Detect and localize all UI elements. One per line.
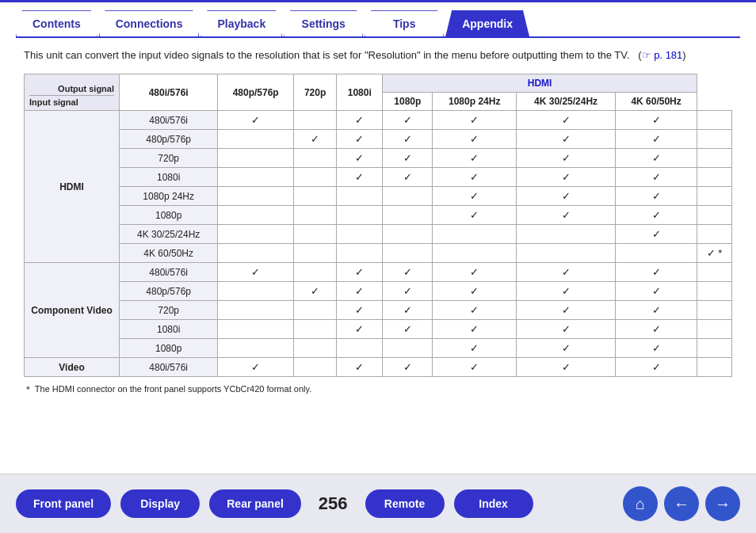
- table-cell: [218, 225, 294, 244]
- remote-button[interactable]: Remote: [365, 489, 445, 518]
- row-label: 1080p 24Hz: [120, 187, 218, 206]
- table-cell: ✓: [516, 187, 615, 206]
- table-cell: ✓: [337, 168, 383, 187]
- table-cell: [337, 339, 383, 358]
- table-corner-header: Output signal Input signal: [25, 74, 120, 111]
- col-header-480p576p-main: 480p/576p: [218, 74, 294, 111]
- forward-button[interactable]: →: [705, 486, 740, 521]
- table-cell: ✓: [337, 282, 383, 301]
- front-panel-button[interactable]: Front panel: [16, 489, 111, 518]
- table-cell: [697, 225, 731, 244]
- table-cell: ✓: [433, 358, 516, 377]
- table-cell: ✓: [516, 282, 615, 301]
- table-cell: ✓: [218, 358, 294, 377]
- table-cell: [293, 168, 336, 187]
- rear-panel-button[interactable]: Rear panel: [209, 489, 301, 518]
- row-label: 1080i: [120, 320, 218, 339]
- table-cell: [218, 168, 294, 187]
- page-link[interactable]: ☞ p. 181: [642, 49, 683, 61]
- table-cell: ✓: [383, 130, 433, 149]
- table-cell: ✓: [616, 168, 697, 187]
- table-cell: ✓: [516, 358, 615, 377]
- table-cell: ✓: [433, 149, 516, 168]
- bottom-nav-icons: ⌂ ← →: [623, 486, 740, 521]
- table-cell: [383, 187, 433, 206]
- table-cell: ✓: [516, 149, 615, 168]
- col-header-1080i-main: 1080i: [337, 74, 383, 111]
- table-cell: [337, 225, 383, 244]
- table-cell: ✓: [433, 282, 516, 301]
- table-cell: [516, 225, 615, 244]
- table-cell: ✓: [516, 206, 615, 225]
- table-cell: [218, 339, 294, 358]
- table-cell: ✓: [433, 339, 516, 358]
- table-cell: [697, 358, 731, 377]
- back-button[interactable]: ←: [664, 486, 699, 521]
- table-cell: [218, 244, 294, 263]
- table-cell: ✓: [516, 168, 615, 187]
- table-cell: [697, 187, 731, 206]
- table-cell: ✓: [516, 301, 615, 320]
- row-label: 480p/576p: [120, 282, 218, 301]
- table-cell: ✓: [293, 282, 336, 301]
- table-cell: ✓: [293, 130, 336, 149]
- bottom-nav-buttons: Front panel Display Rear panel 256 Remot…: [16, 489, 533, 518]
- signal-table: Output signal Input signal 480i/576i 480…: [24, 74, 732, 377]
- table-cell: [218, 282, 294, 301]
- home-button[interactable]: ⌂: [623, 486, 658, 521]
- table-cell: [293, 320, 336, 339]
- row-label: 1080p: [120, 206, 218, 225]
- table-cell: ✓: [616, 149, 697, 168]
- intro-text: This unit can convert the input video si…: [24, 49, 732, 61]
- table-cell: [293, 206, 336, 225]
- tab-appendix[interactable]: Appendix: [445, 10, 529, 36]
- table-cell: ✓: [616, 358, 697, 377]
- table-cell: ✓: [383, 168, 433, 187]
- table-cell: [293, 244, 336, 263]
- col-header-480i576i-main: 480i/576i: [120, 74, 218, 111]
- bottom-nav: Front panel Display Rear panel 256 Remot…: [0, 474, 756, 533]
- forward-icon: →: [715, 495, 731, 513]
- col-header-4k6050hz: 4K 60/50Hz: [616, 93, 697, 111]
- table-cell: [293, 187, 336, 206]
- index-button[interactable]: Index: [454, 489, 533, 518]
- row-label: 4K 60/50Hz: [120, 244, 218, 263]
- table-cell: [697, 320, 731, 339]
- tab-contents[interactable]: Contents: [16, 10, 97, 36]
- table-cell: [697, 282, 731, 301]
- table-cell: ✓ *: [697, 244, 731, 263]
- table-cell: [218, 130, 294, 149]
- col-header-1080p: 1080p: [383, 93, 433, 111]
- tab-playback[interactable]: Playback: [200, 10, 282, 36]
- table-cell: ✓: [433, 320, 516, 339]
- table-cell: ✓: [218, 263, 294, 282]
- table-cell: [383, 244, 433, 263]
- table-cell: [293, 111, 336, 130]
- row-group-video: Video: [25, 358, 120, 377]
- table-cell: ✓: [433, 187, 516, 206]
- table-cell: [383, 339, 433, 358]
- table-cell: ✓: [433, 168, 516, 187]
- row-label: 720p: [120, 149, 218, 168]
- table-cell: ✓: [616, 320, 697, 339]
- tab-tips[interactable]: Tips: [365, 10, 444, 36]
- table-cell: ✓: [337, 149, 383, 168]
- table-cell: ✓: [433, 111, 516, 130]
- table-cell: [697, 149, 731, 168]
- table-cell: ✓: [383, 358, 433, 377]
- table-cell: ✓: [433, 263, 516, 282]
- table-cell: ✓: [616, 187, 697, 206]
- tab-settings[interactable]: Settings: [284, 10, 363, 36]
- table-cell: [383, 206, 433, 225]
- row-label: 1080i: [120, 168, 218, 187]
- table-cell: ✓: [516, 111, 615, 130]
- back-icon: ←: [674, 495, 689, 513]
- row-label: 480p/576p: [120, 130, 218, 149]
- table-cell: ✓: [516, 339, 615, 358]
- table-cell: [697, 130, 731, 149]
- table-cell: ✓: [433, 301, 516, 320]
- hdmi-group-header: HDMI: [383, 74, 697, 93]
- display-button[interactable]: Display: [120, 489, 200, 518]
- tab-connections[interactable]: Connections: [99, 10, 200, 36]
- table-cell: ✓: [337, 358, 383, 377]
